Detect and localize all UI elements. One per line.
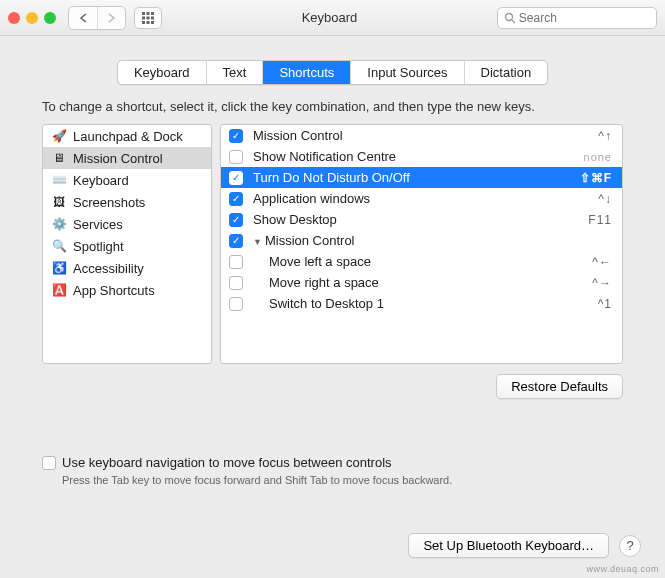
category-list[interactable]: 🚀Launchpad & Dock 🖥Mission Control ⌨️Key…	[42, 124, 212, 364]
shortcut-key[interactable]: ^←	[592, 255, 612, 269]
shortcut-label: ▼Mission Control	[253, 233, 602, 248]
forward-button[interactable]	[97, 7, 125, 29]
kb-nav-checkbox[interactable]	[42, 456, 56, 470]
restore-defaults-button[interactable]: Restore Defaults	[496, 374, 623, 399]
mission-control-icon: 🖥	[51, 150, 67, 166]
shortcut-key[interactable]: ^↓	[598, 192, 612, 206]
svg-rect-7	[147, 21, 150, 24]
shortcut-key[interactable]: ^↑	[598, 129, 612, 143]
shortcut-row[interactable]: Move right a space^→	[221, 272, 622, 293]
cat-label: App Shortcuts	[73, 283, 155, 298]
shortcut-row[interactable]: ✓Application windows^↓	[221, 188, 622, 209]
shortcut-row[interactable]: Switch to Desktop 1^1	[221, 293, 622, 314]
kb-nav-label: Use keyboard navigation to move focus be…	[62, 455, 392, 470]
cat-screenshots[interactable]: 🖼Screenshots	[43, 191, 211, 213]
shortcut-checkbox[interactable]	[229, 297, 243, 311]
shortcut-checkbox[interactable]: ✓	[229, 192, 243, 206]
setup-bluetooth-button[interactable]: Set Up Bluetooth Keyboard…	[408, 533, 609, 558]
cat-label: Launchpad & Dock	[73, 129, 183, 144]
tab-keyboard[interactable]: Keyboard	[118, 61, 207, 84]
shortcut-key[interactable]: none	[584, 151, 612, 163]
search-icon	[504, 12, 515, 24]
app-shortcuts-icon: 🅰️	[51, 282, 67, 298]
tab-shortcuts[interactable]: Shortcuts	[263, 61, 351, 84]
back-button[interactable]	[69, 7, 97, 29]
grid-icon	[141, 11, 155, 25]
cat-launchpad-dock[interactable]: 🚀Launchpad & Dock	[43, 125, 211, 147]
shortcut-label: Mission Control	[253, 128, 588, 143]
cat-label: Services	[73, 217, 123, 232]
accessibility-icon: ♿️	[51, 260, 67, 276]
shortcut-group-row[interactable]: ✓▼Mission Control	[221, 230, 622, 251]
services-icon: ⚙️	[51, 216, 67, 232]
cat-label: Mission Control	[73, 151, 163, 166]
help-button[interactable]: ?	[619, 535, 641, 557]
shortcut-key[interactable]: ⇧⌘F	[580, 171, 612, 185]
tab-dictation[interactable]: Dictation	[465, 61, 548, 84]
zoom-window[interactable]	[44, 12, 56, 24]
cat-app-shortcuts[interactable]: 🅰️App Shortcuts	[43, 279, 211, 301]
toolbar: Keyboard	[0, 0, 665, 36]
shortcut-key[interactable]: F11	[588, 213, 612, 227]
show-all-button[interactable]	[134, 7, 162, 29]
shortcut-label: Show Notification Centre	[253, 149, 574, 164]
svg-rect-0	[142, 12, 145, 15]
shortcut-label: Switch to Desktop 1	[253, 296, 588, 311]
svg-rect-6	[142, 21, 145, 24]
keyboard-icon: ⌨️	[51, 172, 67, 188]
cat-label: Screenshots	[73, 195, 145, 210]
shortcut-label: Move left a space	[253, 254, 582, 269]
shortcut-row[interactable]: ✓Turn Do Not Disturb On/Off⇧⌘F	[221, 167, 622, 188]
shortcut-row[interactable]: Show Notification Centrenone	[221, 146, 622, 167]
shortcut-checkbox[interactable]: ✓	[229, 234, 243, 248]
shortcut-list[interactable]: ✓Mission Control^↑ Show Notification Cen…	[220, 124, 623, 364]
chevron-left-icon	[79, 13, 88, 23]
kb-nav-subtext: Press the Tab key to move focus forward …	[0, 474, 665, 486]
search-field[interactable]	[497, 7, 657, 29]
tab-text[interactable]: Text	[207, 61, 264, 84]
window-controls	[8, 12, 56, 24]
shortcut-row[interactable]: Move left a space^←	[221, 251, 622, 272]
spotlight-icon: 🔍	[51, 238, 67, 254]
cat-accessibility[interactable]: ♿️Accessibility	[43, 257, 211, 279]
cat-label: Keyboard	[73, 173, 129, 188]
cat-spotlight[interactable]: 🔍Spotlight	[43, 235, 211, 257]
cat-label: Spotlight	[73, 239, 124, 254]
shortcut-checkbox[interactable]	[229, 276, 243, 290]
cat-mission-control[interactable]: 🖥Mission Control	[43, 147, 211, 169]
svg-rect-5	[151, 16, 154, 19]
chevron-right-icon	[107, 13, 116, 23]
svg-rect-2	[151, 12, 154, 15]
shortcut-key[interactable]: ^1	[598, 297, 612, 311]
svg-rect-8	[151, 21, 154, 24]
shortcut-checkbox[interactable]: ✓	[229, 213, 243, 227]
cat-services[interactable]: ⚙️Services	[43, 213, 211, 235]
shortcut-label: Show Desktop	[253, 212, 578, 227]
window-title: Keyboard	[170, 10, 489, 25]
svg-point-9	[506, 13, 513, 20]
cat-label: Accessibility	[73, 261, 144, 276]
launchpad-icon: 🚀	[51, 128, 67, 144]
shortcut-label: Move right a space	[253, 275, 582, 290]
shortcut-label: Turn Do Not Disturb On/Off	[253, 170, 570, 185]
watermark: www.deuaq.com	[586, 564, 659, 574]
disclosure-triangle-icon[interactable]: ▼	[253, 237, 262, 247]
instruction-text: To change a shortcut, select it, click t…	[0, 99, 665, 124]
shortcut-checkbox[interactable]	[229, 150, 243, 164]
shortcut-checkbox[interactable]	[229, 255, 243, 269]
cat-keyboard[interactable]: ⌨️Keyboard	[43, 169, 211, 191]
shortcut-checkbox[interactable]: ✓	[229, 171, 243, 185]
search-input[interactable]	[519, 11, 650, 25]
minimize-window[interactable]	[26, 12, 38, 24]
close-window[interactable]	[8, 12, 20, 24]
tab-input-sources[interactable]: Input Sources	[351, 61, 464, 84]
shortcut-key[interactable]: ^→	[592, 276, 612, 290]
shortcut-label: Application windows	[253, 191, 588, 206]
shortcut-row[interactable]: ✓Show DesktopF11	[221, 209, 622, 230]
svg-line-10	[512, 20, 515, 23]
svg-rect-1	[147, 12, 150, 15]
nav-back-forward	[68, 6, 126, 30]
shortcut-checkbox[interactable]: ✓	[229, 129, 243, 143]
shortcut-row[interactable]: ✓Mission Control^↑	[221, 125, 622, 146]
svg-rect-3	[142, 16, 145, 19]
